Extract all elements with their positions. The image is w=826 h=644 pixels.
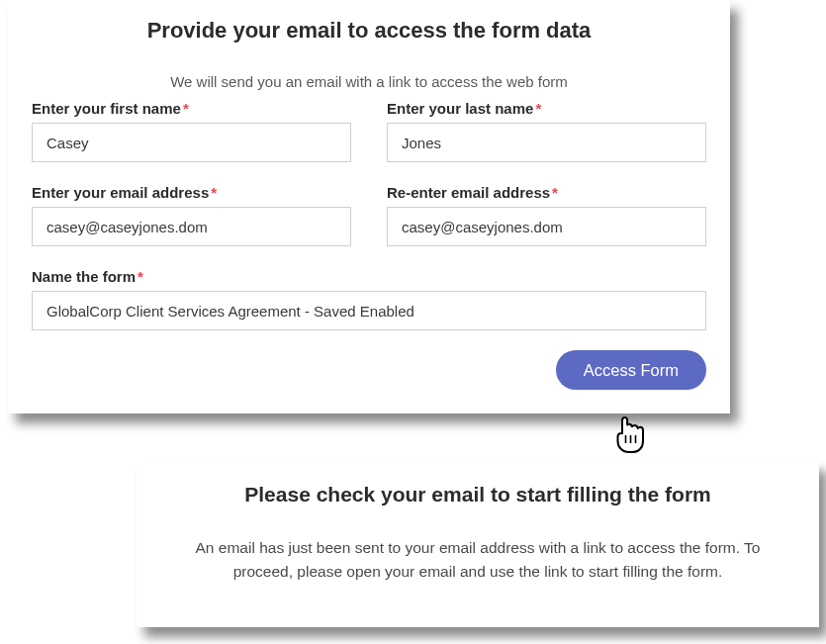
email-input[interactable] (32, 207, 351, 246)
required-marker: * (183, 100, 189, 117)
last-name-label: Enter your last name* (387, 100, 706, 117)
form-name-field: Name the form* (32, 268, 706, 330)
email-row: Enter your email address* Re-enter email… (32, 184, 706, 246)
required-marker: * (138, 268, 143, 285)
panel-subtitle: We will send you an email with a link to… (32, 73, 706, 90)
panel-title: Provide your email to access the form da… (111, 18, 627, 44)
last-name-field: Enter your last name* (387, 100, 706, 162)
confirmation-panel: Please check your email to start filling… (137, 461, 819, 627)
email-confirm-input[interactable] (387, 207, 706, 246)
email-label: Enter your email address* (32, 184, 351, 201)
label-text: Enter your first name (32, 100, 181, 117)
required-marker: * (552, 184, 558, 201)
email-field: Enter your email address* (32, 184, 351, 246)
first-name-input[interactable] (32, 123, 351, 162)
access-form-panel: Provide your email to access the form da… (8, 0, 730, 414)
label-text: Enter your email address (32, 184, 209, 201)
first-name-label: Enter your first name* (32, 100, 351, 117)
last-name-input[interactable] (387, 123, 706, 162)
email-confirm-label: Re-enter email address* (387, 184, 706, 201)
actions-row: Access Form (32, 350, 706, 390)
name-row: Enter your first name* Enter your last n… (32, 100, 706, 162)
form-name-input[interactable] (32, 291, 706, 330)
label-text: Enter your last name (387, 100, 533, 117)
email-confirm-field: Re-enter email address* (387, 184, 706, 246)
first-name-field: Enter your first name* (32, 100, 351, 162)
confirmation-body: An email has just been sent to your emai… (166, 536, 789, 584)
confirmation-title: Please check your email to start filling… (166, 483, 789, 506)
form-name-label: Name the form* (32, 268, 706, 285)
pointer-cursor-icon (611, 414, 647, 455)
access-form-button[interactable]: Access Form (556, 350, 706, 390)
label-text: Name the form (32, 268, 136, 285)
label-text: Re-enter email address (387, 184, 550, 201)
required-marker: * (535, 100, 541, 117)
required-marker: * (211, 184, 217, 201)
